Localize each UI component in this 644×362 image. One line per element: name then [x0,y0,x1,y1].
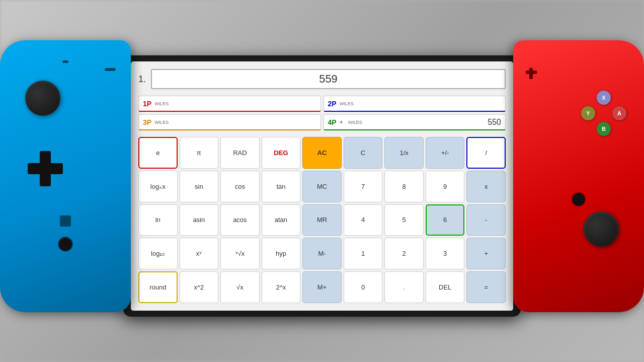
calc-btn-ac[interactable]: AC [302,137,342,169]
calc-btn-0[interactable]: 0 [344,271,383,303]
left-thumbstick[interactable] [25,81,60,116]
calc-btn-asin[interactable]: asin [180,204,219,236]
calc-btn-m[interactable]: M- [302,238,342,269]
calc-btn-3[interactable]: 3 [426,238,465,269]
player4-plus: + [340,119,343,126]
calc-btn-cos[interactable]: cos [220,171,260,202]
player4-label: 4P [328,118,337,126]
player1-cell: 1P WILES [138,96,321,112]
player4-cell: 4P + WILES 550 [324,114,506,130]
calc-btn-e[interactable]: e [138,137,178,169]
a-button[interactable]: A [612,106,626,120]
calc-btn-9[interactable]: 9 [426,171,465,202]
calc-btn-[interactable]: π [180,137,219,169]
display-value[interactable]: 559 [151,69,506,89]
calc-btn-logx[interactable]: logₓx [138,171,178,202]
y-button[interactable]: Y [581,106,595,120]
calc-btn-[interactable]: = [466,271,506,303]
plus-button[interactable] [526,68,536,78]
player3-label: 3P [143,118,151,126]
home-button[interactable] [572,192,586,206]
dpad[interactable] [28,151,63,186]
calc-btn-4[interactable]: 4 [344,204,383,236]
calc-btn-mr[interactable]: MR [302,204,342,236]
player1-label: 1P [143,100,151,108]
calc-btn-c[interactable]: C [344,137,383,169]
player2-label: 2P [328,100,337,108]
calc-btn-1[interactable]: 1 [344,238,383,269]
button-grid: eπRADDEGACC1/x+/-/logₓxsincostanMC789xln… [138,137,506,303]
calc-btn-deg[interactable]: DEG [262,137,301,169]
calc-btn-[interactable]: / [466,137,506,169]
calc-btn-[interactable]: - [466,204,506,236]
player2-sub: WILES [340,101,354,106]
player3-sub: WILES [154,120,169,125]
calc-btn-5[interactable]: 5 [384,204,424,236]
display-label: 1. [138,74,146,85]
calc-btn-7[interactable]: 7 [344,171,383,202]
player1-sub: WILES [154,101,169,106]
player4-sub: WILES [348,120,362,125]
display-row: 1. 559 [138,69,506,89]
calc-btn-[interactable]: +/- [426,137,465,169]
calc-btn-del[interactable]: DEL [426,271,465,303]
player4-value: 550 [488,118,501,127]
player2-cell: 2P WILES [324,96,506,112]
calc-btn-rad[interactable]: RAD [220,137,260,169]
calc-btn-acos[interactable]: acos [220,204,260,236]
screenshot-button[interactable] [60,215,71,227]
minus-button[interactable] [105,68,116,71]
calculator: 1. 559 1P WILES 2P WILES 3P WILES [131,61,513,311]
calc-btn-2[interactable]: 2 [384,238,424,269]
calc-btn-x[interactable]: √x [220,271,260,303]
left-joycon [0,40,131,312]
calc-btn-ln[interactable]: ln [138,204,178,236]
calc-btn-x[interactable]: ʸ√x [220,238,260,269]
b-button[interactable]: B [597,122,611,136]
capture-button[interactable] [58,237,73,252]
calc-btn-atan[interactable]: atan [262,204,301,236]
face-buttons: X Y A B [581,91,626,136]
calc-btn-8[interactable]: 8 [384,171,424,202]
calc-btn-[interactable]: . [384,271,424,303]
calc-btn-tan[interactable]: tan [262,171,301,202]
calc-btn-round[interactable]: round [138,271,178,303]
calc-btn-6[interactable]: 6 [426,204,465,236]
calc-btn-[interactable]: + [466,238,506,269]
calc-btn-m[interactable]: M+ [302,271,342,303]
calc-btn-x[interactable]: x [466,171,506,202]
calc-btn-x2[interactable]: x^2 [180,271,219,303]
console-body: 1. 559 1P WILES 2P WILES 3P WILES [123,55,521,317]
calc-btn-x[interactable]: xʸ [180,238,219,269]
player-rows: 1P WILES 2P WILES 3P WILES 4P + WILES [138,96,506,130]
player3-cell: 3P WILES [138,114,321,130]
screen: 1. 559 1P WILES 2P WILES 3P WILES [131,61,513,311]
calc-btn-mc[interactable]: MC [302,171,342,202]
calc-btn-hyp[interactable]: hyp [262,238,301,269]
calc-btn-log[interactable]: log₁₀ [138,238,178,269]
right-joycon: X Y A B [513,40,644,312]
calc-btn-1x[interactable]: 1/x [384,137,424,169]
right-thumbstick[interactable] [584,211,619,247]
calc-btn-2x[interactable]: 2^x [262,271,301,303]
calc-btn-sin[interactable]: sin [180,171,219,202]
scene: X Y A B 1. 559 1P WILES [0,0,644,362]
x-button[interactable]: X [597,91,611,105]
